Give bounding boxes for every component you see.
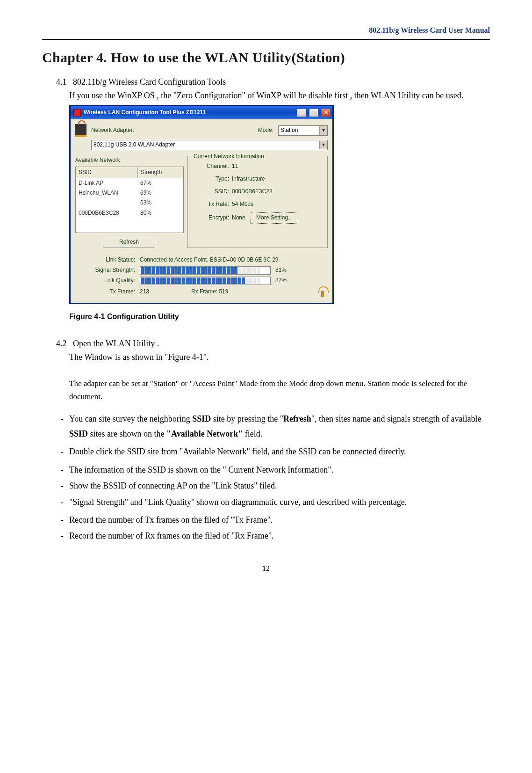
tx-frame-value: 213 [140,287,149,296]
table-row: 63% [76,198,183,208]
minimize-button[interactable]: _ [297,109,306,117]
mode-value: Station [280,126,298,135]
signal-strength-bar [140,266,271,275]
list-item: Record the number of Rx frames on the fi… [61,528,490,543]
adapter-value: 802.11g USB 2.0 WLAN Adapter [93,140,175,149]
tx-frame-label: Tx Frame: [75,287,135,296]
adapter-dropdown[interactable]: 802.11g USB 2.0 WLAN Adapter ▾ [91,140,328,150]
maximize-button: □ [309,109,318,117]
list-item: You can site survey the neighboring SSID… [61,411,490,442]
section-4-1-para: If you use the WinXP OS , the "Zero Conf… [42,89,490,102]
section-4-2: 4.2 Open the WLAN Utility . [42,337,490,350]
link-status-label: Link Status: [75,255,135,264]
available-network-label: Available Network: [75,156,183,165]
chevron-down-icon: ▾ [319,126,327,135]
current-network-info: Current Network Information Channel:11 T… [187,156,328,248]
mode-label: Mode: [258,126,273,135]
list-item: Record the number of Tx frames on the fi… [61,512,490,527]
signal-strength-pct: 81% [275,266,294,275]
bullet-list: You can site survey the neighboring SSID… [42,411,490,544]
adapter-note: The adapter can be set at "Station" or "… [42,377,490,402]
refresh-button[interactable]: Refresh [103,237,155,248]
col-ssid[interactable]: SSID [76,167,138,178]
chevron-down-icon: ▾ [319,141,327,149]
link-quality-pct: 87% [275,276,294,285]
section-num: 4.2 [56,339,67,348]
list-item: "Signal Strength" and "Link Quality" sho… [61,495,490,510]
section-title: Open the WLAN Utility . [73,339,159,348]
table-row: Hsinchu_WLAN69% [76,188,183,198]
cni-legend: Current Network Information [192,152,266,161]
page-header: 802.11b/g Wireless Card User Manual [42,23,490,40]
section-4-2-line: The Window is as shown in "Figure 4-1". [42,350,490,364]
network-adapter-label: Network Adapter: [91,126,134,135]
mode-dropdown[interactable]: Station ▾ [278,125,328,136]
list-item: Double click the SSID site from "Availab… [61,444,490,459]
figure-caption: Figure 4-1 Configuration Utility [69,311,490,323]
window-title: Wireless LAN Configuration Tool Plus ZD1… [84,108,206,117]
table-row: 000D0B6E3C2880% [76,208,183,218]
available-network-table[interactable]: SSID Strength D-Link AP67% Hsinchu_WLAN6… [75,167,184,233]
table-row: D-Link AP67% [76,178,183,188]
config-window: Wireless LAN Configuration Tool Plus ZD1… [69,105,334,304]
section-num: 4.1 [56,77,67,87]
link-status-value: Connected to Access Point. BSSID=00 0D 0… [140,255,279,264]
adapter-icon [75,124,86,137]
link-quality-bar [140,277,271,285]
col-strength[interactable]: Strength [138,167,183,178]
list-item: Show the BSSID of connecting AP on the "… [61,478,490,493]
signal-strength-label: Signal Strength: [75,266,135,275]
titlebar[interactable]: Wireless LAN Configuration Tool Plus ZD1… [71,106,332,119]
section-4-1: 4.1 802.11b/g Wireless Card Configuratio… [42,75,490,89]
app-icon [73,109,81,117]
more-setting-button[interactable]: More Setting... [251,212,298,224]
antenna-icon [317,286,328,297]
chapter-title: Chapter 4. How to use the WLAN Utility(S… [42,46,490,69]
manual-title: 802.11b/g Wireless Card User Manual [369,26,490,34]
rx-frame-label: Rx Frame: [191,287,217,296]
rx-frame-value: 519 [219,287,228,296]
list-item: The information of the SSID is shown on … [61,462,490,477]
page-number: 12 [42,562,490,575]
close-button[interactable]: ✕ [321,109,331,117]
link-quality-label: Link Quality: [75,276,135,285]
section-title: 802.11b/g Wireless Card Configuration To… [73,77,226,87]
